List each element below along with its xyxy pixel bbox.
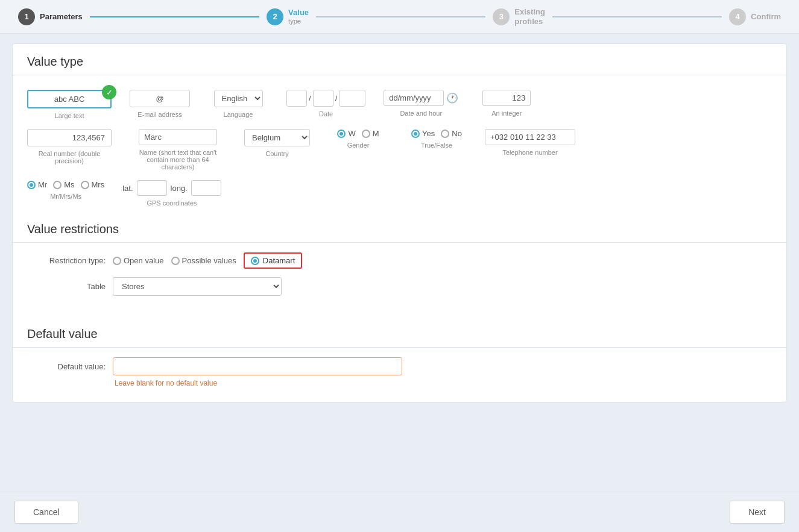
default-value-input[interactable]	[113, 357, 402, 375]
main-content: Value type abc ABC ✓ Large text @ E-mail…	[12, 43, 787, 402]
step-3-title: Existingprofiles	[514, 7, 545, 26]
step-circle-3: 3	[493, 8, 510, 25]
gender-w[interactable]: W	[337, 129, 355, 138]
step-2-sub: type	[288, 17, 309, 25]
datetime-input[interactable]	[384, 90, 444, 106]
default-hint: Leave blank for no default value	[115, 379, 772, 387]
telephone-input[interactable]	[485, 129, 575, 145]
check-badge: ✓	[102, 85, 116, 99]
wizard-step-1: 1 Parameters	[18, 8, 83, 25]
email-box[interactable]: @	[130, 90, 190, 107]
value-type-row-2: 123,4567 Real number (double precision) …	[13, 124, 786, 175]
step-label-3: Existingprofiles	[514, 7, 545, 26]
vt-real-number[interactable]: 123,4567 Real number (double precision)	[27, 129, 112, 164]
step-2-title: Value	[288, 8, 309, 17]
restriction-type-row: Restriction type: Open value Possible va…	[27, 252, 772, 269]
step-1-title: Parameters	[40, 12, 83, 22]
title-mrs[interactable]: Mrs	[81, 180, 105, 189]
step-circle-2: 2	[267, 8, 283, 25]
restriction-table-row: Table Stores Products Customers	[27, 277, 772, 296]
default-value-title: Default value	[13, 316, 786, 347]
clock-icon: 🕐	[446, 92, 458, 104]
restriction-open-radio[interactable]	[113, 257, 121, 265]
wizard-line-3	[552, 16, 722, 17]
value-type-row-3: Mr Ms Mrs Mr/Mrs/Ms lat. long.	[13, 175, 786, 211]
vt-date[interactable]: / / Date	[286, 90, 365, 117]
wizard-step-2: 2 Value type	[267, 8, 309, 25]
step-circle-4: 4	[729, 8, 746, 25]
title-ms-radio[interactable]	[53, 181, 62, 189]
truefalse-radio-group: Yes No	[411, 129, 462, 138]
title-ms[interactable]: Ms	[53, 180, 74, 189]
vt-integer[interactable]: An integer	[476, 90, 537, 117]
truefalse-yes-radio[interactable]	[411, 130, 420, 138]
default-section: Default value: Leave blank for no defaul…	[13, 357, 786, 402]
integer-input[interactable]	[482, 90, 531, 106]
vt-title[interactable]: Mr Ms Mrs Mr/Mrs/Ms	[27, 180, 104, 200]
vt-language[interactable]: English French Dutch Language	[208, 90, 268, 118]
gender-radio-group: W M	[337, 129, 379, 138]
table-select[interactable]: Stores Products Customers	[113, 277, 282, 296]
title-mr-radio[interactable]	[27, 181, 36, 189]
step-4-title: Confirm	[751, 12, 781, 22]
value-type-title: Value type	[13, 44, 786, 75]
date-year[interactable]	[339, 90, 365, 107]
gps-lat-input[interactable]	[137, 180, 167, 196]
wizard-step-3: 3 Existingprofiles	[493, 7, 545, 26]
vt-gps[interactable]: lat. long. GPS coordinates	[122, 180, 221, 207]
title-mrs-radio[interactable]	[81, 181, 89, 189]
default-value-divider	[13, 347, 786, 348]
name-input[interactable]	[139, 129, 217, 145]
restriction-datamart[interactable]: Datamart	[244, 252, 302, 269]
gender-w-radio[interactable]	[337, 130, 346, 138]
vt-name[interactable]: Name (short text that can't contain more…	[130, 129, 226, 171]
title-radio-group: Mr Ms Mrs	[27, 180, 104, 189]
gps-row: lat. long.	[122, 180, 221, 196]
vt-telephone[interactable]: Telephone number	[485, 129, 575, 156]
restriction-open[interactable]: Open value	[113, 256, 164, 265]
real-number-box[interactable]: 123,4567	[27, 129, 112, 146]
vt-country[interactable]: Belgium France Netherlands Country	[244, 129, 310, 157]
default-value-row: Default value:	[27, 357, 772, 375]
value-type-divider	[13, 75, 786, 75]
vt-email[interactable]: @ E-mail address	[130, 90, 190, 118]
date-group: / /	[286, 90, 365, 107]
wizard-line-2	[316, 16, 485, 17]
vt-truefalse[interactable]: Yes No True/False	[406, 129, 467, 149]
vt-datetime[interactable]: 🕐 Date and hour	[384, 90, 458, 117]
date-day[interactable]	[286, 90, 307, 107]
restriction-possible[interactable]: Possible values	[171, 256, 236, 265]
gps-long-input[interactable]	[191, 180, 221, 196]
value-type-row-1: abc ABC ✓ Large text @ E-mail address En…	[13, 85, 786, 124]
restriction-possible-radio[interactable]	[171, 257, 180, 265]
wizard-header: 1 Parameters 2 Value type 3 Existingprof…	[0, 0, 799, 34]
restriction-datamart-radio[interactable]	[251, 257, 259, 265]
vt-gender[interactable]: W M Gender	[328, 129, 388, 149]
vt-large-text[interactable]: abc ABC ✓ Large text	[27, 90, 112, 119]
step-circle-1: 1	[18, 8, 35, 25]
restrictions-title: Value restrictions	[13, 211, 786, 242]
datetime-box: 🕐	[384, 90, 458, 106]
gender-m-radio[interactable]	[362, 130, 370, 138]
wizard-line-1	[90, 16, 259, 17]
truefalse-no-radio[interactable]	[441, 130, 449, 138]
truefalse-yes[interactable]: Yes	[411, 129, 435, 138]
gender-m[interactable]: M	[362, 129, 379, 138]
restrictions-section: Restriction type: Open value Possible va…	[13, 252, 786, 316]
step-label-1: Parameters	[40, 12, 83, 22]
language-select[interactable]: English French Dutch	[214, 90, 263, 107]
wizard-step-4: 4 Confirm	[729, 8, 781, 25]
restrictions-divider	[13, 242, 786, 243]
truefalse-no[interactable]: No	[441, 129, 462, 138]
step-label-2: Value type	[288, 8, 309, 25]
large-text-box[interactable]: abc ABC ✓	[27, 90, 112, 108]
country-select[interactable]: Belgium France Netherlands	[244, 129, 310, 146]
step-label-4: Confirm	[751, 12, 781, 22]
date-month[interactable]	[313, 90, 333, 107]
title-mr[interactable]: Mr	[27, 180, 47, 189]
